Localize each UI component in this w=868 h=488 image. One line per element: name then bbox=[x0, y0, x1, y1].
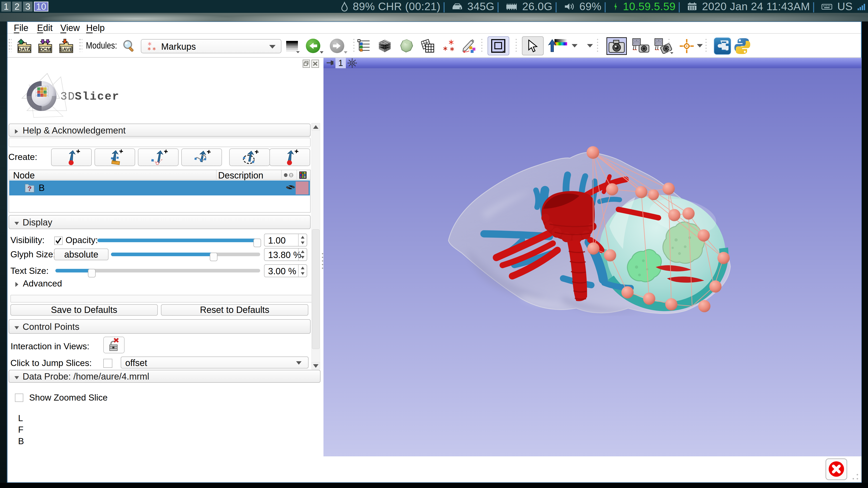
svg-text:?: ? bbox=[28, 185, 32, 192]
svg-text:1: 1 bbox=[338, 58, 343, 68]
svg-text:SAVE: SAVE bbox=[60, 46, 73, 52]
svg-text:3D: 3D bbox=[60, 90, 75, 103]
svg-text:DCM: DCM bbox=[39, 46, 51, 52]
svg-text:Slicer: Slicer bbox=[75, 90, 120, 103]
svg-text:DATA: DATA bbox=[18, 46, 31, 52]
